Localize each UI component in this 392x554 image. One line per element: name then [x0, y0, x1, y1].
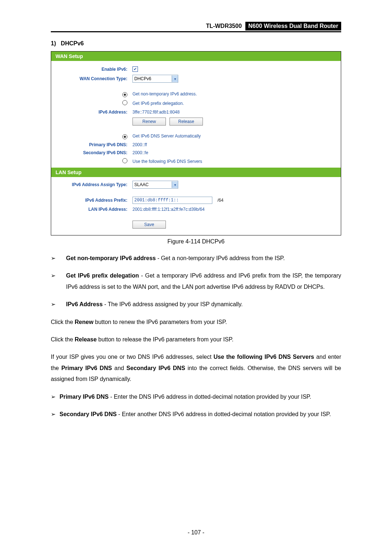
manual-dns-option: Use the following IPv6 DNS Servers [132, 159, 202, 164]
renew-paragraph: Click the Renew button to renew the IPv6… [51, 317, 341, 328]
page-number: - 107 - [0, 529, 392, 536]
enable-ipv6-checkbox[interactable]: ✔ [132, 66, 138, 72]
auto-dns-radio[interactable] [122, 134, 127, 139]
list-item: Get IPv6 prefix delegation - Get a tempo… [51, 270, 341, 292]
renew-button[interactable]: Renew [132, 118, 166, 126]
bullet-desc: - The IPv6 address assigned by your ISP … [103, 301, 243, 307]
bullet-desc: - Enter another DNS IPv6 address in dott… [117, 411, 331, 417]
lan-ipv6-address-value: 2001:db8:ffff:1:12f1:a2ff:fe7c:d39b/64 [132, 207, 205, 212]
text-strong: Release [75, 336, 97, 342]
chevron-down-icon: ▾ [172, 75, 178, 82]
wan-connection-type-select[interactable]: DHCPv6 ▾ [132, 75, 178, 83]
ipv6-address-label: IPv6 Address: [51, 110, 132, 115]
prefix-label: IPv6 Address Prefix: [51, 198, 132, 203]
feature-bullets: Get non-temporary IPv6 address - Get a n… [51, 253, 341, 310]
bullet-term: Get non-temporary IPv6 address [66, 255, 156, 261]
non-temp-address-option: Get non-temporary IPv6 address. [132, 91, 197, 97]
prefix-input[interactable]: 2001:db8:ffff:1:: [132, 197, 212, 204]
document-header: TL-WDR3500 N600 Wireless Dual Band Route… [51, 22, 341, 32]
bullet-term: Get IPv6 prefix delegation [66, 272, 139, 279]
config-screenshot: WAN Setup Enable IPv6: ✔ WAN Connection … [51, 51, 341, 235]
list-item: IPv6 Address - The IPv6 address assigned… [51, 299, 341, 310]
text-strong: Renew [75, 319, 94, 325]
bullet-desc: - Get a non-temporary IPv6 address from … [156, 255, 285, 261]
model-number: TL-WDR3500 [206, 23, 242, 29]
enable-ipv6-label: Enable IPv6: [51, 67, 132, 72]
auto-dns-option: Get IPv6 DNS Server Automatically [132, 134, 201, 139]
text: If your ISP gives you one or two DNS IPv… [51, 354, 213, 360]
text: Click the [51, 319, 75, 325]
bullet-desc: - Enter the DNS IPv6 address in dotted-d… [109, 394, 311, 400]
section-title: DHCPv6 [61, 40, 84, 46]
lan-ipv6-address-label: LAN IPv6 Address: [51, 207, 132, 212]
dns-paragraph: If your ISP gives you one or two DNS IPv… [51, 352, 341, 385]
list-item: Primary IPv6 DNS - Enter the DNS IPv6 ad… [51, 391, 341, 402]
assign-type-select[interactable]: SLAAC ▾ [132, 181, 178, 189]
primary-dns-value: 2000::ff [132, 142, 147, 147]
primary-dns-label: Primary IPv6 DNS: [51, 142, 132, 147]
bullet-term: IPv6 Address [66, 301, 103, 307]
text: Click the [51, 336, 75, 342]
lan-setup-header: LAN Setup [51, 168, 341, 177]
text-strong: Primary IPv6 DNS [61, 365, 112, 371]
dns-bullets: Primary IPv6 DNS - Enter the DNS IPv6 ad… [51, 391, 341, 420]
text-strong: Secondary IPv6 DNS [126, 365, 185, 371]
manual-dns-radio[interactable] [122, 158, 127, 163]
figure-caption: Figure 4-114 DHCPv6 [51, 238, 341, 245]
prefix-delegation-option: Get IPv6 prefix delegation. [132, 101, 184, 106]
assign-type-label: IPv6 Address Assign Type: [51, 182, 132, 187]
select-value: DHCPv6 [134, 76, 151, 81]
wan-setup-header: WAN Setup [51, 52, 341, 61]
select-value: SLAAC [134, 182, 148, 187]
prefix-suffix: /64 [216, 198, 224, 203]
secondary-dns-value: 2000::fe [132, 150, 148, 155]
text: and [112, 365, 126, 371]
release-paragraph: Click the Release button to release the … [51, 334, 341, 345]
secondary-dns-label: Secondary IPv6 DNS: [51, 150, 132, 155]
product-name-badge: N600 Wireless Dual Band Router [245, 22, 341, 30]
save-button[interactable]: Save [132, 221, 166, 229]
release-button[interactable]: Release [170, 118, 203, 126]
non-temp-address-radio[interactable] [122, 92, 127, 97]
chevron-down-icon: ▾ [172, 181, 178, 188]
wan-connection-type-label: WAN Connection Type: [51, 76, 132, 81]
bullet-term: Secondary IPv6 DNS [60, 411, 117, 417]
text-strong: Use the following IPv6 DNS Servers [213, 354, 314, 360]
list-item: Get non-temporary IPv6 address - Get a n… [51, 253, 341, 264]
bullet-term: Primary IPv6 DNS [60, 394, 109, 400]
prefix-delegation-radio[interactable] [122, 100, 127, 105]
section-number: 1) [51, 40, 56, 46]
text: button to renew the IPv6 parameters from… [93, 319, 227, 325]
text: button to release the IPv6 parameters fr… [97, 336, 233, 342]
ipv6-address-value: 3ffe::7702:f8f:adb1:8048 [132, 110, 180, 115]
list-item: Secondary IPv6 DNS - Enter another DNS I… [51, 409, 341, 420]
section-heading: 1) DHCPv6 [51, 40, 341, 47]
